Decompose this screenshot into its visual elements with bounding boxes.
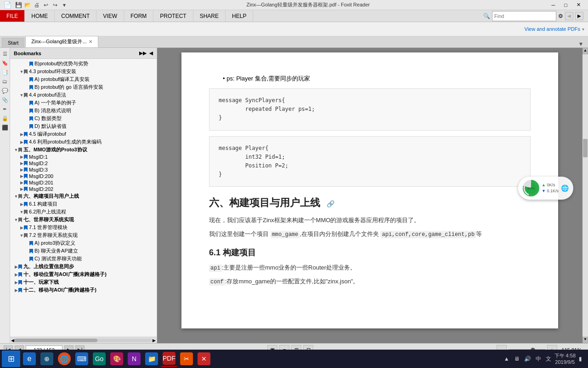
print-btn[interactable]: 🖨 [33,1,41,9]
tray-clock[interactable]: 下午 4:58 2019/9/5 [554,352,576,366]
taskbar-item-taskview[interactable]: ⊕ [39,351,55,367]
hand-tool-icon[interactable]: ☰ [1,50,9,58]
tray-volume-icon[interactable]: 🔊 [523,355,532,363]
sidebar-item[interactable]: ▶MsgID:201 [10,179,157,186]
vertical-scrollbar[interactable]: ▲ ▼ [582,48,588,343]
annotate-label[interactable]: View and annotate PDFs [525,26,580,32]
taskbar-item-chrome[interactable]: 🌐 [56,351,73,367]
sidebar-expand-icon[interactable]: ▶▶ [139,51,147,56]
taskbar-item-close[interactable]: ✕ [196,351,212,367]
sidebar-item[interactable]: ▼4.3 protobuf环境安装 [10,68,157,75]
taskbar-item-ie[interactable]: e [21,351,38,367]
scroll-right-icon[interactable]: ▶ [153,338,156,343]
tab-help[interactable]: HELP [226,10,253,22]
sidebar-item[interactable]: ▶十一、玩家下线 [10,278,157,286]
sidebar-item[interactable]: ▼6.2用户上线流程 [10,208,157,216]
taskbar-item-pdf[interactable]: PDF [161,351,177,367]
pdf-content-area[interactable]: • ps: Player 集合,需要同步的玩家 message SyncPlay… [157,48,582,343]
sidebar-item[interactable]: B) protobuf的 go 语言插件安装 [10,83,157,91]
signature-icon[interactable]: ✒ [1,105,9,113]
sidebar-item[interactable]: C) 测试世界聊天功能 [10,255,157,263]
sidebar-item[interactable]: ▼7.2 世界聊天系统实现 [10,231,157,239]
tab-home[interactable]: HOME [25,10,55,22]
nav-forward-button[interactable]: ▶ [575,12,583,20]
search-input[interactable] [492,11,556,21]
sidebar-item[interactable]: ▼七、世界聊天系统实现 [10,216,157,224]
sidebar-item[interactable]: B) 聊天业务AP建立 [10,247,157,255]
sidebar-controls[interactable]: ▶▶ ◀ [139,51,153,56]
sidebar-item[interactable]: A) 一个简单的例子 [10,99,157,107]
sidebar-item[interactable]: ▶7.1 世界管理模块 [10,224,157,231]
sidebar-item[interactable]: ▼六、构建项目与用户上线 [10,192,157,200]
close-button[interactable]: ✕ [573,0,584,10]
security-icon[interactable]: 🔒 [1,114,9,122]
sidebar-item[interactable]: D) 默认缺省值 [10,122,157,130]
sidebar-item[interactable]: C) 数据类型 [10,115,157,122]
search-settings-icon[interactable]: ⚙ [558,13,563,19]
minimize-button[interactable]: ─ [548,0,559,10]
sidebar-item[interactable]: ▶MsgID:2 [10,160,157,167]
tray-lang-icon[interactable]: 中 [534,354,543,364]
tab-form[interactable]: FORM [124,10,153,22]
open-btn[interactable]: 📂 [23,1,32,9]
sidebar-item[interactable]: B)protobuf的优势与劣势 [10,60,157,68]
sidebar-item[interactable]: ▶4.5 编译protobuf [10,130,157,138]
sidebar-item[interactable]: A) protobuf编译工具安装 [10,75,157,83]
sidebar-item[interactable]: B) 消息格式说明 [10,107,157,115]
sidebar-item[interactable]: ▶MsgID:202 [10,186,157,192]
sidebar-item[interactable]: ▼4.4 protobuf语法 [10,91,157,99]
taskbar-item-design[interactable]: 🎨 [108,351,125,367]
nav-back-button[interactable]: ◀ [565,12,573,20]
sidebar-item[interactable]: ▶MsgID:1 [10,154,157,160]
tab-file[interactable]: FILE [0,10,25,22]
layers-icon[interactable]: ⬛ [1,123,9,132]
scroll-track[interactable] [14,339,153,342]
redo-btn[interactable]: ↪ [51,1,59,9]
attachment-icon[interactable]: 📎 [1,96,9,104]
comment-icon[interactable]: 💬 [1,86,9,95]
undo-btn[interactable]: ↩ [42,1,50,9]
taskbar-item-cut[interactable]: ✂ [178,351,195,367]
bookmark-icon2[interactable]: 📑 [1,68,9,76]
tab-close-icon[interactable]: ✕ [89,39,92,44]
tab-dropdown-icon[interactable]: ▾ [579,40,582,47]
tab-view[interactable]: VIEW [96,10,124,22]
bookmark-panel-icon[interactable]: 🔖 [1,59,9,67]
scroll-up-button[interactable]: ▲ [582,48,588,54]
save-btn[interactable]: 💾 [14,1,23,9]
scroll-track-v[interactable] [582,54,588,337]
quick-access-toolbar[interactable]: 📄 💾 📂 🖨 ↩ ↪ ▾ [4,1,68,9]
sidebar-item[interactable]: ▶MsgID:3 [10,167,157,173]
tab-comment[interactable]: COMMENT [55,10,96,22]
tab-zinx[interactable]: Zinx---Golang轻量级并... ✕ [25,36,98,47]
taskbar-item-vscode[interactable]: ⌨ [74,351,90,367]
sidebar-item[interactable]: ▶4.6 利用protobuf生成的类来编码 [10,138,157,146]
customize-btn[interactable]: ▾ [60,1,68,9]
sidebar-item[interactable]: ▼五、MMO游戏的Proto3协议 [10,146,157,154]
annotate-dropdown-icon[interactable]: ▾ [582,27,584,32]
taskbar-item-files[interactable]: 📁 [143,351,160,367]
thumbnail-icon[interactable]: 🗂 [1,77,9,86]
maximize-button[interactable]: □ [560,0,571,10]
start-button[interactable]: ⊞ [2,351,20,367]
tray-zh-icon[interactable]: 文 [544,354,553,364]
sidebar-item[interactable]: ▶十二、移动与AOI广播(跨越格子) [10,286,157,294]
heading-link-icon[interactable]: 🔗 [327,200,334,207]
sidebar-collapse-icon[interactable]: ◀ [149,51,153,56]
scroll-down-button[interactable]: ▼ [582,337,588,343]
window-controls[interactable]: ─ □ ✕ [548,0,584,10]
sidebar-horizontal-scrollbar[interactable]: ◀ ▶ [10,337,157,343]
tray-network-icon[interactable]: 🖥 [513,355,521,363]
scroll-left-icon[interactable]: ◀ [11,338,14,343]
sidebar-item[interactable]: A) proto3协议定义 [10,239,157,247]
sidebar-item[interactable]: ▶6.1 构建项目 [10,200,157,208]
sidebar-item[interactable]: ▶九、上线位置信息同步 [10,263,157,270]
tray-show-desktop-icon[interactable]: ▮ [577,355,583,363]
sidebar-item[interactable]: ▶十、移动位置与AOI广播(未跨越格子) [10,270,157,278]
tab-share[interactable]: SHARE [193,10,226,22]
sidebar-item[interactable]: ▶MsgID:200 [10,173,157,179]
taskbar-item-notes[interactable]: N [126,351,142,367]
tab-start[interactable]: Start [2,38,24,47]
tray-expand-icon[interactable]: ▲ [503,355,511,363]
taskbar-item-go[interactable]: Go [91,351,107,367]
